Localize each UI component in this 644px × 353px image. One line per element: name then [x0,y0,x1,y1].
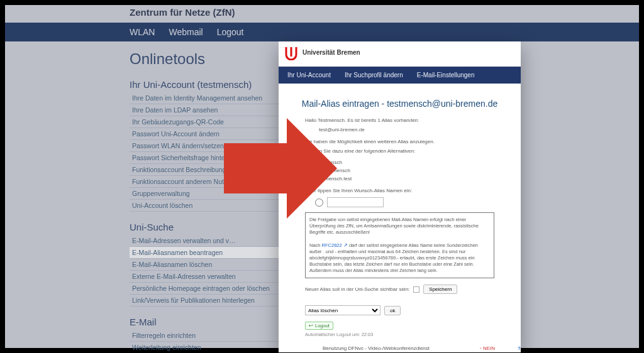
visible-checkbox[interactable] [413,286,419,293]
top-nav: WLAN Webmail Logout [5,23,639,41]
existing-alias: test@uni-bremen.de [319,127,512,133]
modal-nav-email[interactable]: E-Mail-Einstellungen [417,72,475,79]
prompt-line1: Sie haben die Möglichkeit einen weiteren… [305,139,512,144]
peek-row: Benutzung DFNvc - Video-/Webkonferenzdie… [279,344,521,352]
alias-radio-3[interactable] [315,175,321,182]
nav-wlan[interactable]: WLAN [130,27,155,37]
modal-nav: Ihr Uni-Account Ihr Suchprofil ändern E-… [279,67,521,84]
rfc-link[interactable]: RFC2822 ↗ [322,242,348,248]
brand: Universität Bremen [284,45,517,60]
help-icon[interactable]: ? [518,345,521,351]
peek-text: Benutzung DFNvc - Video-/Webkonferenzdie… [323,345,430,351]
brand-text: Universität Bremen [303,50,360,56]
alias-option-3[interactable]: mensch.test [315,175,512,182]
ok-button[interactable]: ok [384,306,401,315]
greeting-text: Hallo Testmensch. Es ist bereits 1 Alias… [305,117,512,123]
custom-alias-input[interactable] [327,197,384,207]
note-box: Die Freigabe von selbst eingegebenen Mai… [305,212,494,278]
alias-option-1[interactable]: mensch [315,159,512,165]
alias-radio-2[interactable] [315,167,321,173]
note-p1: Die Freigabe von selbst eingegebenen Mai… [309,217,479,235]
alias-option-3-label: mensch.test [325,176,352,182]
alias-radio-custom[interactable] [315,198,323,207]
alias-option-2-label: testmensch [325,168,350,173]
auto-logout-text: Automatischer Logout um: 22:03 [305,332,512,337]
alias-option-1-label: mensch [325,160,342,165]
save-button[interactable]: Speichern [423,285,457,294]
peek-nein: ◦ NEIN [480,345,495,351]
note-p2a: Nach [309,242,322,248]
delete-alias-select[interactable]: Alias löschen [305,305,380,315]
mini-logout-button[interactable]: ↩ Logout [305,322,333,330]
site-title: Zentrum für Netze (ZfN) [130,7,235,18]
alias-option-2[interactable]: testmensch [315,167,512,173]
nav-webmail[interactable]: Webmail [169,27,203,37]
prompt-line2: Wählen Sie dazu eine der folgenden Alter… [305,148,512,154]
modal-title: Mail-Alias eintragen - testmensch@uni-br… [287,99,512,109]
alias-radio-1[interactable] [315,159,321,165]
modal-nav-account[interactable]: Ihr Uni-Account [287,72,331,79]
visible-label: Neuer Alias soll in der Uni-Suche sichtb… [305,286,409,292]
custom-label: Oder tippen Sie Ihren Wunsch-Alias Namen… [305,188,512,193]
modal-mail-alias: Universität Bremen Ihr Uni-Account Ihr S… [279,41,521,352]
nav-logout[interactable]: Logout [217,27,244,37]
modal-nav-profile[interactable]: Ihr Suchprofil ändern [345,72,403,79]
